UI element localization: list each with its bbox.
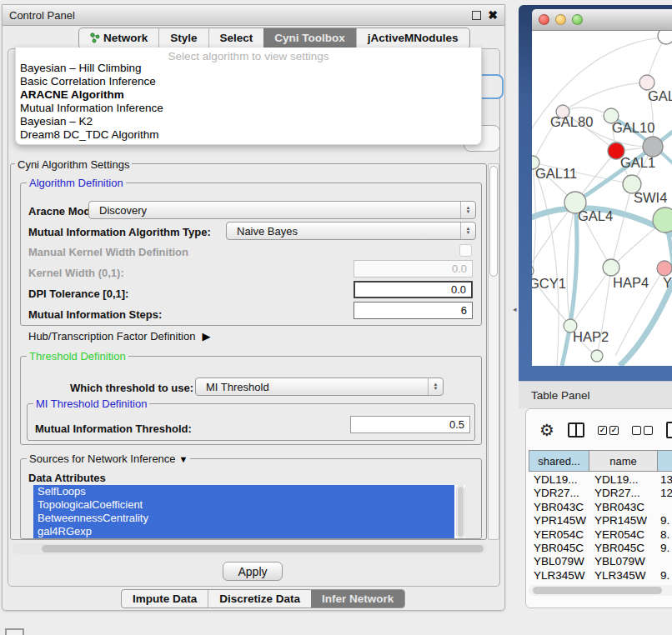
dpi-tolerance-value: 0.0: [451, 283, 471, 296]
export-table-icon[interactable]: [666, 422, 672, 438]
mi-threshold-field[interactable]: 0.5: [350, 416, 470, 433]
column-header-partial[interactable]: [658, 450, 672, 472]
network-node-label: GAL4: [578, 208, 613, 223]
table-cell: 9: [657, 582, 672, 584]
network-node[interactable]: [653, 208, 672, 232]
deselect-all-icon[interactable]: [632, 426, 653, 435]
table-header-row: shared... name: [529, 450, 672, 472]
settings-vertical-scrollbar[interactable]: [488, 163, 499, 540]
table-cell: 9.: [657, 514, 672, 528]
table-horizontal-scrollbar[interactable]: [529, 585, 672, 596]
stepper-icon: ▲▼: [460, 202, 475, 218]
algorithm-option[interactable]: ARACNE Algorithm: [16, 88, 481, 102]
table-toolbar: ⚙ ✓✓: [526, 414, 672, 446]
network-node-label: GCY1: [532, 276, 566, 291]
data-attribute-item[interactable]: TopologicalCoefficient: [33, 498, 454, 512]
mi-threshold-value: 0.5: [449, 418, 469, 431]
table-cell: YLR345W: [529, 569, 589, 582]
table-cell: YDL19...: [589, 473, 657, 487]
kernel-width-label: Kernel Width (0,1):: [28, 267, 124, 279]
mi-algorithm-type-select[interactable]: Naive Bayes ▲▼: [226, 222, 476, 240]
close-icon[interactable]: ✖: [488, 11, 498, 20]
table-cell: YDR27...: [529, 487, 589, 500]
sources-group-title: Sources for Network Inference: [29, 452, 176, 465]
zoom-traffic-icon[interactable]: [572, 14, 583, 25]
tab-network-label: Network: [103, 32, 148, 44]
column-header-name[interactable]: name: [589, 450, 658, 472]
tab-style[interactable]: Style: [158, 28, 208, 48]
algorithm-option[interactable]: Mutual Information Inference: [16, 102, 481, 115]
algorithm-option[interactable]: Bayesian – Hill Climbing: [16, 62, 481, 75]
data-attribute-item[interactable]: gal4RGexp: [33, 525, 454, 538]
tab-jactivemnodules[interactable]: jActiveMNodules: [356, 28, 469, 48]
algorithm-option[interactable]: Basic Correlation Inference: [16, 75, 481, 88]
table-row[interactable]: YBR043CYBR043C: [529, 501, 672, 514]
tab-discretize-data[interactable]: Discretize Data: [208, 590, 311, 608]
algorithm-option[interactable]: Dream8 DC_TDC Algorithm: [16, 128, 481, 142]
minimize-traffic-icon[interactable]: [555, 14, 566, 25]
float-window-icon[interactable]: [472, 11, 481, 20]
tab-impute-data[interactable]: Impute Data: [122, 590, 208, 608]
threshold-definition-title: Threshold Definition: [27, 350, 128, 362]
dropdown-item-list: Bayesian – Hill ClimbingBasic Correlatio…: [16, 62, 481, 142]
table-row[interactable]: YBR045CYBR045C9.: [529, 542, 672, 555]
close-traffic-icon[interactable]: [539, 14, 549, 25]
data-attribute-item[interactable]: SelfLoops: [33, 485, 454, 498]
table-row[interactable]: YPR145WYPR145W9.: [529, 514, 672, 528]
tab-infer-network[interactable]: Infer Network: [311, 590, 404, 608]
manual-kernel-width-checkbox[interactable]: [459, 244, 472, 257]
table-cell: YIL052C: [529, 582, 589, 584]
table-row[interactable]: YDL19...YDL19...13: [529, 473, 672, 487]
which-threshold-select[interactable]: MI Threshold ▲▼: [195, 378, 444, 396]
table-cell: YIL052C: [589, 582, 657, 584]
hub-definition-toggle[interactable]: Hub/Transcription Factor Definition▶: [28, 330, 210, 342]
split-columns-icon[interactable]: [568, 422, 584, 438]
table-row[interactable]: YIL052CYIL052C9: [529, 582, 672, 584]
select-all-icon[interactable]: ✓✓: [598, 426, 619, 435]
data-attribute-item[interactable]: BetweennessCentrality: [33, 512, 454, 525]
algorithm-option[interactable]: Bayesian – K2: [16, 115, 481, 128]
network-node-label: HAP4: [613, 275, 649, 290]
network-node[interactable]: [658, 31, 672, 44]
gear-icon[interactable]: ⚙: [539, 420, 554, 440]
table-cell: YBR043C: [529, 501, 589, 514]
table-cell: YDL19...: [529, 473, 589, 487]
apply-button[interactable]: Apply: [223, 562, 283, 581]
network-edge: [563, 82, 647, 112]
network-node[interactable]: [643, 137, 663, 157]
table-row[interactable]: YER054CYER054C8.: [529, 528, 672, 542]
panel-resize-handle[interactable]: ◂: [513, 305, 517, 313]
network-edge-thick: [619, 281, 672, 366]
network-node-label: GAL1: [620, 155, 655, 170]
network-node[interactable]: [603, 259, 619, 276]
aracne-mode-value: Discovery: [89, 204, 147, 217]
kernel-width-field[interactable]: 0.0: [354, 260, 473, 278]
tab-network[interactable]: Network: [79, 28, 158, 48]
network-canvas[interactable]: GALGAL80GAL10GAL1GAL11SWI4GAL4GCY1HAP4YH…: [532, 31, 672, 366]
settings-horizontal-scrollbar[interactable]: [12, 543, 487, 554]
manual-kernel-width-label: Manual Kernel Width Definition: [28, 246, 188, 258]
table-cell: YBL079W: [529, 555, 589, 568]
network-node[interactable]: [591, 350, 603, 362]
corner-widget[interactable]: [5, 628, 24, 635]
aracne-mode-select[interactable]: Discovery ▲▼: [88, 201, 476, 219]
dpi-tolerance-field[interactable]: 0.0: [354, 281, 473, 298]
attributes-scrollbar[interactable]: [456, 485, 465, 538]
tab-select[interactable]: Select: [208, 28, 264, 48]
mi-steps-field[interactable]: 6: [354, 302, 473, 319]
table-row[interactable]: YBL079WYBL079W: [529, 555, 672, 568]
algorithm-definition-title: Algorithm Definition: [27, 177, 126, 189]
table-row[interactable]: YLR345WYLR345W9.: [529, 569, 672, 582]
cyni-algorithm-settings-title: Cyni Algorithm Settings: [15, 158, 132, 171]
table-cell: YDR27...: [589, 487, 657, 500]
control-panel-titlebar: Control Panel ✖: [3, 5, 504, 26]
network-node-label: GAL80: [550, 114, 593, 129]
data-attributes-list: SelfLoopsTopologicalCoefficientBetweenne…: [33, 485, 465, 538]
network-window-titlebar[interactable]: [532, 9, 672, 31]
sources-group-toggle[interactable]: Sources for Network Inference▼: [27, 452, 190, 465]
tab-cyni-toolbox[interactable]: Cyni Toolbox: [263, 28, 356, 48]
table-row[interactable]: YDR27...YDR27...12: [529, 487, 672, 500]
network-node[interactable]: [657, 261, 672, 276]
column-header-shared-name[interactable]: shared...: [529, 450, 589, 472]
table-cell: 9.: [657, 542, 672, 555]
